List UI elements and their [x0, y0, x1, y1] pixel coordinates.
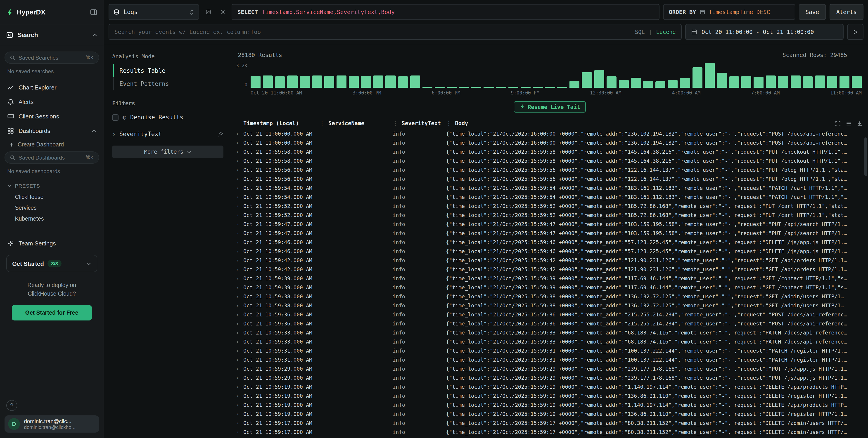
app-logo[interactable]: HyperDX	[6, 8, 45, 16]
resume-live-tail-button[interactable]: Resume Live Tail	[514, 101, 586, 112]
table-row[interactable]: ›Oct 21 10:59:46.000 AMinfo{"time_local"…	[231, 238, 868, 247]
histogram-bar[interactable]	[385, 76, 396, 88]
sidebar-item-client-sessions[interactable]: Client Sessions	[4, 109, 99, 124]
row-expand-chevron-icon[interactable]: ›	[231, 418, 243, 428]
histogram-bar[interactable]	[361, 76, 371, 88]
row-expand-chevron-icon[interactable]: ›	[231, 355, 243, 364]
save-button[interactable]: Save	[799, 4, 826, 20]
column-header-timestamp[interactable]: Timestamp (Local)	[243, 120, 319, 127]
saved-dashboards-input[interactable]	[19, 155, 82, 161]
table-row[interactable]: ›Oct 21 11:00:00.000 AMinfo{"time_local"…	[231, 129, 868, 138]
date-range-picker[interactable]: Oct 20 11:00:00 - Oct 21 11:00:00	[685, 24, 844, 40]
saved-searches-search[interactable]: ⌘K	[4, 52, 99, 64]
column-settings-icon[interactable]	[835, 121, 841, 126]
source-settings-gear-icon[interactable]	[217, 6, 228, 18]
row-expand-chevron-icon[interactable]: ›	[231, 364, 243, 373]
histogram-bar[interactable]	[484, 87, 494, 88]
column-resize-handle[interactable]: ⋮	[319, 120, 325, 127]
table-row[interactable]: ›Oct 21 10:59:33.000 AMinfo{"time_local"…	[231, 328, 868, 337]
histogram-bar[interactable]	[815, 76, 825, 88]
row-expand-chevron-icon[interactable]: ›	[231, 283, 243, 292]
histogram-bar[interactable]	[570, 81, 580, 88]
chevron-up-icon[interactable]	[92, 33, 97, 37]
histogram-bar[interactable]	[251, 76, 260, 88]
histogram-bar[interactable]	[545, 87, 555, 88]
table-row[interactable]: ›Oct 21 10:59:36.000 AMinfo{"time_local"…	[231, 319, 868, 328]
histogram-bar[interactable]	[349, 76, 359, 88]
table-row[interactable]: ›Oct 21 10:59:19.000 AMinfo{"time_local"…	[231, 392, 868, 401]
row-expand-chevron-icon[interactable]: ›	[231, 373, 243, 382]
histogram-bar[interactable]	[643, 81, 653, 88]
help-button[interactable]: ?	[6, 400, 17, 411]
row-expand-chevron-icon[interactable]: ›	[231, 202, 243, 211]
table-row[interactable]: ›Oct 21 10:59:54.000 AMinfo{"time_local"…	[231, 183, 868, 193]
sidebar-preset-services[interactable]: Services	[4, 202, 99, 213]
row-expand-chevron-icon[interactable]: ›	[231, 174, 243, 183]
row-expand-chevron-icon[interactable]: ›	[231, 392, 243, 401]
severity-filter-group[interactable]: › SeverityText	[112, 131, 223, 137]
histogram-bar[interactable]	[753, 77, 764, 88]
histogram-bar[interactable]	[373, 75, 383, 88]
table-row[interactable]: ›Oct 21 10:59:39.000 AMinfo{"time_local"…	[231, 274, 868, 283]
table-row[interactable]: ›Oct 21 10:59:58.000 AMinfo{"time_local"…	[231, 157, 868, 165]
histogram-bar[interactable]	[790, 75, 800, 88]
histogram-bar[interactable]	[729, 76, 739, 88]
download-icon[interactable]	[857, 121, 863, 126]
histogram-bar[interactable]	[263, 76, 273, 88]
language-lucene-option[interactable]: Lucene	[656, 29, 676, 35]
row-expand-chevron-icon[interactable]: ›	[231, 301, 243, 310]
sidebar-preset-clickhouse[interactable]: ClickHouse	[4, 192, 99, 202]
histogram-bar[interactable]	[533, 87, 543, 88]
chevron-up-icon[interactable]	[91, 128, 96, 133]
sidebar-item-chart-explorer[interactable]: Chart Explorer	[4, 80, 99, 95]
sidebar-item-team-settings[interactable]: Team Settings	[4, 236, 99, 250]
table-row[interactable]: ›Oct 21 10:59:56.000 AMinfo{"time_local"…	[231, 165, 868, 174]
column-header-severitytext[interactable]: ⋮ SeverityText	[393, 120, 446, 127]
histogram-bar[interactable]	[692, 68, 702, 88]
column-resize-handle[interactable]: ⋮	[393, 120, 398, 127]
row-expand-chevron-icon[interactable]: ›	[231, 274, 243, 283]
table-row[interactable]: ›Oct 21 10:59:38.000 AMinfo{"time_local"…	[231, 292, 868, 301]
table-row[interactable]: ›Oct 21 10:59:29.000 AMinfo{"time_local"…	[231, 373, 868, 382]
table-row[interactable]: ›Oct 21 10:59:33.000 AMinfo{"time_local"…	[231, 337, 868, 346]
histogram-bar[interactable]	[324, 76, 334, 88]
presets-toggle[interactable]: PRESETS	[4, 180, 99, 192]
source-select[interactable]: Logs	[108, 4, 199, 20]
row-expand-chevron-icon[interactable]: ›	[231, 193, 243, 202]
table-row[interactable]: ›Oct 21 10:59:17.000 AMinfo{"time_local"…	[231, 418, 868, 428]
histogram-bar[interactable]	[852, 76, 862, 88]
histogram-bar[interactable]	[631, 77, 641, 88]
chevron-down-icon[interactable]	[86, 261, 91, 266]
table-row[interactable]: ›Oct 21 10:59:58.000 AMinfo{"time_local"…	[231, 147, 868, 157]
denoise-results-toggle[interactable]: ◐ Denoise Results	[112, 113, 223, 122]
row-expand-chevron-icon[interactable]: ›	[231, 229, 243, 238]
table-row[interactable]: ›Oct 21 10:59:38.000 AMinfo{"time_local"…	[231, 301, 868, 310]
table-row[interactable]: ›Oct 21 10:59:36.000 AMinfo{"time_local"…	[231, 310, 868, 319]
table-row[interactable]: ›Oct 21 10:59:31.000 AMinfo{"time_local"…	[231, 355, 868, 364]
row-expand-chevron-icon[interactable]: ›	[231, 211, 243, 220]
alerts-button[interactable]: Alerts	[830, 4, 864, 20]
histogram-bar[interactable]	[300, 76, 310, 88]
table-row[interactable]: ›Oct 21 10:59:31.000 AMinfo{"time_local"…	[231, 346, 868, 355]
row-expand-chevron-icon[interactable]: ›	[231, 165, 243, 174]
table-row[interactable]: ›Oct 21 10:59:54.000 AMinfo{"time_local"…	[231, 193, 868, 202]
table-row[interactable]: ›Oct 21 10:59:17.000 AMinfo{"time_local"…	[231, 428, 868, 437]
histogram-bar[interactable]	[521, 87, 531, 88]
table-row[interactable]: ›Oct 21 10:59:52.000 AMinfo{"time_local"…	[231, 211, 868, 220]
row-expand-chevron-icon[interactable]: ›	[231, 138, 243, 147]
language-sql-option[interactable]: SQL	[635, 29, 645, 35]
row-expand-chevron-icon[interactable]: ›	[231, 401, 243, 409]
table-row[interactable]: ›Oct 21 10:59:52.000 AMinfo{"time_local"…	[231, 202, 868, 211]
histogram-bar[interactable]	[594, 70, 604, 88]
row-expand-chevron-icon[interactable]: ›	[231, 129, 243, 138]
row-expand-chevron-icon[interactable]: ›	[231, 265, 243, 274]
histogram-bar[interactable]	[839, 76, 849, 88]
event-search-input[interactable]	[108, 24, 682, 40]
histogram-bar[interactable]	[423, 87, 432, 88]
histogram-bar[interactable]	[827, 76, 837, 88]
table-row[interactable]: ›Oct 21 10:59:19.000 AMinfo{"time_local"…	[231, 382, 868, 392]
sidebar-item-dashboards[interactable]: Dashboards	[4, 124, 99, 138]
mode-results-table[interactable]: Results Table	[113, 64, 223, 77]
histogram-bar[interactable]	[312, 75, 322, 88]
histogram-bar[interactable]	[471, 87, 482, 88]
